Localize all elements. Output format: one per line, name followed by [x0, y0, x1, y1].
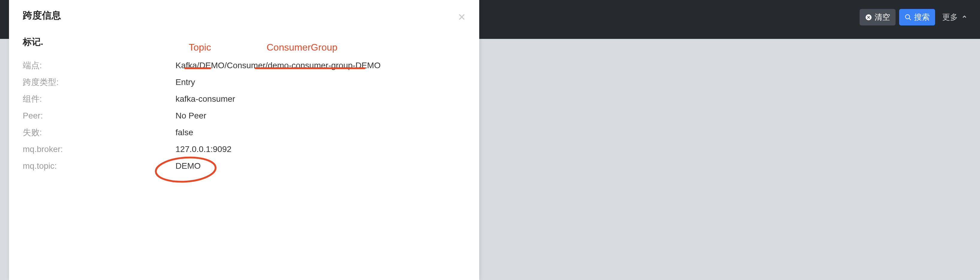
- component-label: 组件:: [23, 93, 175, 105]
- more-button[interactable]: 更多: [939, 9, 971, 25]
- clear-button[interactable]: 清空: [860, 9, 896, 25]
- annotation-circle: [153, 155, 219, 184]
- endpoint-label: 端点:: [23, 60, 175, 71]
- fail-value: false: [175, 128, 193, 137]
- span-type-label: 跨度类型:: [23, 77, 175, 88]
- modal-title: 跨度信息: [23, 9, 465, 22]
- search-icon: [905, 14, 912, 21]
- svg-point-12: [155, 155, 216, 184]
- broker-label: mq.broker:: [23, 144, 175, 154]
- svg-line-2: [909, 18, 911, 20]
- annotation-topic-label: Topic: [189, 42, 211, 53]
- endpoint-value: Kafka/DEMO/Consumer/demo-consumer-group-…: [175, 61, 381, 70]
- peer-value: No Peer: [175, 111, 206, 120]
- close-icon[interactable]: ×: [458, 11, 465, 23]
- component-value: kafka-consumer: [175, 94, 235, 104]
- search-button[interactable]: 搜索: [899, 9, 935, 25]
- field-row: 组件: kafka-consumer: [23, 91, 465, 108]
- broker-value: 127.0.0.1:9092: [175, 144, 232, 154]
- peer-label: Peer:: [23, 111, 175, 120]
- span-info-modal: 跨度信息 × 标记. 端点: Kafka/DEMO/Consumer/demo-…: [9, 0, 479, 280]
- field-row: mq.broker: 127.0.0.1:9092: [23, 141, 465, 158]
- search-button-label: 搜索: [914, 12, 930, 22]
- annotation-consumergroup-label: ConsumerGroup: [267, 42, 337, 53]
- chevron-up-icon: [961, 13, 967, 22]
- field-row: 跨度类型: Entry: [23, 74, 465, 91]
- fail-label: 失败:: [23, 127, 175, 138]
- clear-icon: [865, 14, 872, 21]
- clear-button-label: 清空: [875, 12, 890, 22]
- svg-point-1: [905, 15, 910, 19]
- section-label: 标记.: [23, 36, 465, 48]
- field-row: 端点: Kafka/DEMO/Consumer/demo-consumer-gr…: [23, 57, 465, 74]
- field-row: Peer: No Peer: [23, 108, 465, 124]
- field-row: mq.topic: DEMO: [23, 158, 465, 174]
- span-type-value: Entry: [175, 78, 195, 87]
- more-button-label: 更多: [942, 12, 958, 22]
- field-row: 失败: false: [23, 124, 465, 141]
